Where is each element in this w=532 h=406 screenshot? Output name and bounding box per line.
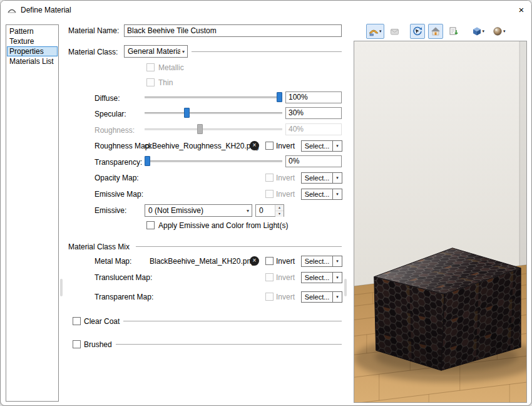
diffuse-slider-track[interactable]: [145, 96, 282, 98]
chevron-down-icon[interactable]: ▾: [332, 173, 342, 183]
apply-emissive-checkbox[interactable]: [146, 221, 155, 229]
chevron-down-icon[interactable]: ▾: [332, 256, 342, 266]
material-name-input[interactable]: Black Beehive Tile Custom: [124, 24, 342, 37]
metal-map-clear-icon[interactable]: ×: [250, 256, 259, 266]
opacity-map-invert-checkbox: [265, 174, 274, 182]
left-splitter-handle[interactable]: [60, 279, 63, 296]
diffuse-label: Diffuse:: [95, 94, 120, 103]
titlebar: Define Material ×: [1, 1, 531, 19]
sidebar-item-properties[interactable]: Properties: [7, 46, 58, 56]
roughness-map-select-button[interactable]: Select... ▾: [301, 140, 342, 152]
chevron-down-icon[interactable]: ▾: [379, 29, 382, 34]
roughness-map-clear-icon[interactable]: ×: [250, 141, 259, 150]
preview-wall: [354, 41, 526, 286]
metal-map-invert-checkbox[interactable]: [265, 257, 274, 265]
specular-slider-track[interactable]: [145, 112, 282, 114]
sidebar-item-pattern[interactable]: Pattern: [7, 26, 58, 36]
thin-label: Thin: [158, 78, 173, 87]
define-material-dialog: Define Material × Pattern Texture Proper…: [0, 0, 532, 406]
roughness-value-field: 40%: [285, 123, 342, 135]
opacity-map-label: Opacity Map:: [95, 174, 139, 182]
spin-up-icon[interactable]: ▴: [275, 205, 284, 211]
emissive-map-select-button[interactable]: Select... ▾: [301, 189, 342, 200]
clear-coat-checkbox[interactable]: [73, 317, 81, 325]
specular-value-field[interactable]: 30%: [285, 107, 342, 119]
dialog-roof-icon: [7, 5, 17, 15]
chevron-down-icon: ▾: [245, 208, 249, 214]
view-cube-icon: [472, 26, 482, 36]
diffuse-slider-handle[interactable]: [277, 92, 282, 102]
specular-slider-handle[interactable]: [184, 108, 190, 118]
transparency-slider-handle[interactable]: [145, 156, 150, 166]
roughness-label: Roughness:: [95, 126, 135, 135]
preview-scene: [354, 41, 526, 402]
chevron-down-icon[interactable]: ▾: [503, 29, 506, 34]
spin-down-icon[interactable]: ▾: [275, 211, 284, 217]
metal-map-label: Metal Map:: [95, 257, 131, 266]
emissive-map-invert-checkbox: [265, 190, 274, 198]
metal-map-invert-label: Invert: [276, 257, 295, 266]
diffuse-value-field[interactable]: 100%: [285, 91, 342, 103]
translucent-map-select-button[interactable]: Select... ▾: [301, 272, 342, 283]
transparent-map-invert-label: Invert: [276, 293, 295, 301]
roughness-map-label: Roughness Map:: [95, 142, 151, 150]
update-preview-button[interactable]: [446, 24, 461, 39]
chevron-down-icon[interactable]: ▾: [332, 292, 342, 302]
roughness-map-invert-label: Invert: [276, 142, 295, 150]
material-preview-3d[interactable]: [354, 41, 527, 403]
separator: [136, 246, 342, 247]
translucent-map-label: Translucent Map:: [95, 273, 152, 282]
opacity-map-select-button[interactable]: Select... ▾: [301, 172, 342, 184]
apply-emissive-label: Apply Emissive and Color from Light(s): [158, 221, 288, 230]
close-icon[interactable]: ×: [514, 3, 529, 17]
chevron-down-icon[interactable]: ▾: [332, 273, 342, 283]
transparency-value-field[interactable]: 0%: [285, 155, 342, 167]
thin-checkbox: [146, 78, 155, 86]
transparent-map-invert-checkbox: [265, 293, 274, 301]
metal-map-select-button[interactable]: Select... ▾: [301, 256, 342, 267]
emissive-spinner[interactable]: 0 ▴ ▾: [255, 204, 284, 217]
separator: [116, 344, 342, 345]
brushed-checkbox[interactable]: [73, 340, 81, 348]
window-title: Define Material: [21, 6, 71, 14]
roughness-map-filename: ckBeehive_Roughness_KH20.png: [145, 142, 259, 150]
emissive-dropdown[interactable]: 0 (Not Emissive) ▾: [145, 204, 252, 217]
opacity-map-invert-label: Invert: [276, 174, 295, 182]
chevron-down-icon[interactable]: ▾: [332, 189, 342, 199]
material-class-dropdown[interactable]: General Material ▾: [124, 45, 188, 58]
transparency-slider-track[interactable]: [145, 160, 282, 162]
material-name-label: Material Name:: [68, 26, 119, 35]
orbit-view-button[interactable]: [410, 24, 425, 39]
translucent-map-invert-checkbox: [265, 273, 274, 281]
export-icon: [390, 27, 399, 36]
transparency-label: Transparency:: [95, 158, 142, 167]
roughness-map-invert-checkbox[interactable]: [265, 142, 274, 150]
export-button: [387, 24, 402, 39]
sidebar-item-materials-list[interactable]: Materials List: [7, 56, 58, 66]
chevron-down-icon[interactable]: ▾: [332, 141, 342, 151]
transparent-map-select-button[interactable]: Select... ▾: [301, 291, 342, 303]
panel-list: Pattern Texture Properties Materials Lis…: [6, 24, 59, 402]
adjust-material-icon: [369, 26, 379, 36]
emissive-label: Emissive:: [95, 206, 126, 215]
view-cube-button[interactable]: ▾: [469, 24, 488, 39]
chevron-down-icon: ▾: [180, 49, 185, 55]
specular-label: Specular:: [95, 110, 126, 118]
right-splitter-handle[interactable]: [344, 279, 347, 296]
render-technique-button[interactable]: ▾: [490, 24, 508, 39]
separator: [192, 51, 342, 52]
separator: [123, 321, 342, 321]
metallic-label: Metallic: [158, 63, 184, 72]
update-preview-icon: [449, 26, 459, 36]
sidebar-item-texture[interactable]: Texture: [7, 36, 58, 46]
roughness-slider-handle: [197, 124, 203, 134]
material-class-label: Material Class:: [68, 48, 118, 56]
preview-toolbar: ▾: [366, 23, 508, 39]
emissive-map-invert-label: Invert: [276, 190, 295, 199]
translucent-map-invert-label: Invert: [276, 273, 295, 282]
chevron-down-icon[interactable]: ▾: [483, 29, 485, 34]
roughness-slider-track: [145, 128, 282, 130]
fill-window-button[interactable]: [428, 24, 443, 39]
adjust-material-button[interactable]: ▾: [366, 24, 384, 39]
clear-coat-label: Clear Coat: [84, 317, 120, 326]
